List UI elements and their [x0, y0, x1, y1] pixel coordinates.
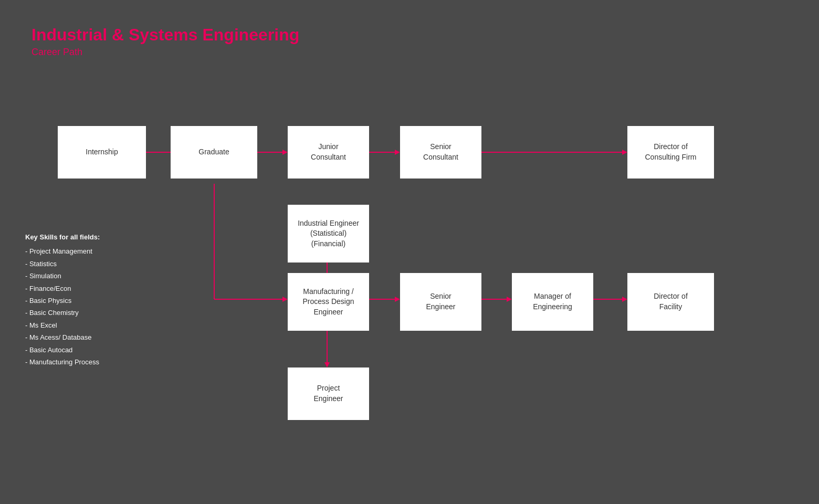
header: Industrial & Systems Engineering Career … [32, 25, 299, 58]
manager-engineering-box: Manager of Engineering [512, 273, 593, 331]
svg-marker-16 [507, 297, 512, 302]
svg-marker-7 [622, 150, 627, 155]
svg-marker-18 [622, 297, 627, 302]
page-title: Industrial & Systems Engineering [32, 25, 299, 45]
svg-marker-10 [282, 297, 288, 302]
svg-marker-5 [395, 150, 400, 155]
director-consulting-box: Director of Consulting Firm [627, 126, 714, 178]
senior-consultant-box: Senior Consultant [400, 126, 481, 178]
career-diagram: Internship Graduate Junior Consultant Se… [21, 94, 798, 472]
internship-box: Internship [58, 126, 146, 178]
director-facility-box: Director of Facility [627, 273, 714, 331]
project-engineer-box: Project Engineer [288, 368, 369, 420]
svg-marker-14 [395, 297, 400, 302]
svg-marker-3 [282, 150, 288, 155]
manufacturing-engineer-box: Manufacturing / Process Design Engineer [288, 273, 369, 331]
junior-consultant-box: Junior Consultant [288, 126, 369, 178]
senior-engineer-box: Senior Engineer [400, 273, 481, 331]
graduate-box: Graduate [171, 126, 257, 178]
svg-marker-20 [324, 362, 330, 368]
page-subtitle: Career Path [32, 47, 299, 58]
industrial-engineer-box: Industrial Engineer (Statistical) (Finan… [288, 205, 369, 262]
